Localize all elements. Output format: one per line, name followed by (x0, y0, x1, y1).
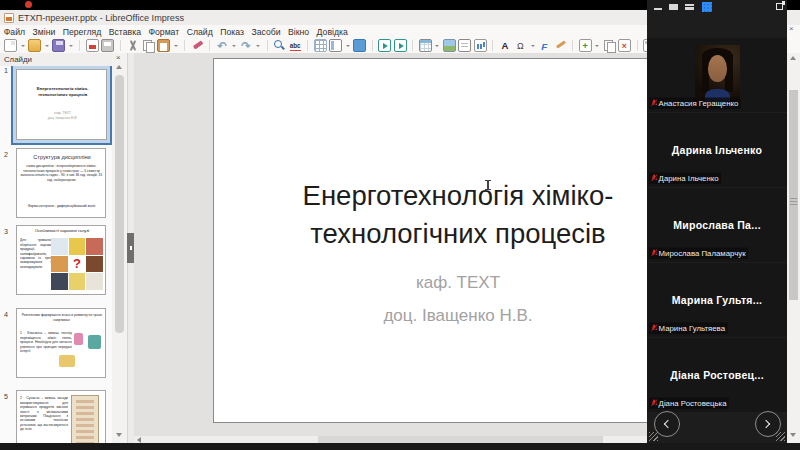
scroll-up-icon[interactable] (790, 56, 796, 60)
slide-number: 4 (4, 310, 8, 318)
menu-view[interactable]: Перегляд (59, 27, 105, 37)
save-dropdown-icon[interactable] (69, 45, 73, 47)
participant-label: Марина Гультяева (649, 323, 727, 334)
cartoon-figure (74, 333, 83, 345)
text-cursor (487, 180, 489, 190)
insert-table-icon[interactable] (419, 39, 432, 52)
open-icon[interactable] (28, 39, 41, 52)
master-slide-icon[interactable] (353, 39, 366, 52)
slides-panel-close-icon[interactable]: × (116, 53, 121, 62)
clone-formatting-icon[interactable] (191, 39, 204, 52)
minimize-icon[interactable] (654, 8, 662, 10)
menu-tools[interactable]: Засоби (248, 27, 285, 37)
insert-text-icon[interactable]: A (499, 39, 512, 52)
menu-insert[interactable]: Вставка (105, 27, 145, 37)
cut-icon[interactable] (126, 39, 139, 52)
scrollbar-thumb[interactable] (115, 75, 124, 333)
participant-tile[interactable]: Марина Гультя... Марина Гультяева (647, 263, 787, 337)
new-slide-dropdown-icon[interactable] (595, 45, 599, 47)
scroll-down-icon[interactable] (116, 433, 122, 437)
open-dropdown-icon[interactable] (45, 45, 49, 47)
menu-window[interactable]: Вікно (284, 27, 313, 37)
slide-5-thumbnail[interactable]: 2 . Сучасна – вивчає засади використовув… (16, 390, 106, 444)
menu-edit[interactable]: Зміни (29, 27, 59, 37)
new-dropdown-icon[interactable] (21, 45, 25, 47)
toolbar-separator (267, 40, 268, 51)
views-dropdown-icon[interactable] (346, 45, 350, 47)
print-icon[interactable] (101, 39, 114, 52)
spelling-icon[interactable]: abc (289, 39, 302, 52)
speaker-view-icon[interactable] (685, 4, 694, 10)
redo-icon[interactable]: ↷ (240, 39, 253, 52)
window-title: ЕТХП-презент.pptx - LibreOffice Impress (18, 12, 184, 22)
start-from-current-icon[interactable] (394, 39, 407, 52)
vscrollbar-thumb[interactable] (789, 90, 798, 300)
participant-label: Анастасия Геращенко (649, 98, 741, 109)
participant-name: Діана Ростовец... (668, 349, 766, 401)
export-pdf-icon[interactable] (86, 39, 99, 52)
undo-icon[interactable]: ↶ (216, 39, 229, 52)
slide-1-thumbnail[interactable]: Енерготехнологія хіміко- технологічних п… (16, 69, 107, 140)
resize-handle[interactable] (776, 432, 785, 441)
document-close-icon[interactable]: × (789, 24, 794, 33)
menu-format[interactable]: Формат (145, 27, 183, 37)
menu-slideshow[interactable]: Показ (216, 27, 247, 37)
gallery-view-icon[interactable] (702, 2, 712, 12)
new-document-icon[interactable] (4, 39, 17, 52)
display-grid-icon[interactable] (314, 39, 327, 52)
participant-tile[interactable]: Діана Ростовец... Діана Ростовецька (647, 338, 787, 412)
save-icon[interactable] (52, 39, 65, 52)
participant-tile[interactable]: Дарина Ільченко Дарина Ільченко (647, 113, 787, 187)
panel-splitter-handle[interactable] (127, 233, 134, 263)
scroll-down-icon[interactable] (790, 433, 796, 437)
recording-dot-icon (25, 1, 32, 8)
resize-handle[interactable] (649, 432, 658, 441)
maximize-icon[interactable] (669, 4, 678, 10)
participant-name: Мирослава Па... (668, 199, 766, 251)
toolbar-separator (209, 40, 210, 51)
new-slide-icon[interactable]: + (579, 39, 592, 52)
paste-dropdown-icon[interactable] (174, 45, 178, 47)
food-images: ? (51, 238, 103, 290)
muted-mic-icon (651, 324, 657, 332)
participant-tile[interactable]: Анастасия Геращенко (647, 38, 787, 112)
fontwork-icon[interactable]: F (538, 39, 551, 52)
start-slideshow-icon[interactable] (378, 39, 391, 52)
find-replace-icon[interactable] (273, 39, 286, 52)
slides-panel-scrollbar[interactable]: × (112, 53, 127, 444)
menu-file[interactable]: Файл (0, 27, 29, 37)
vertical-scrollbar[interactable] (787, 53, 800, 444)
slide-number: 1 (4, 66, 8, 74)
slide-thumbnail-selected[interactable]: Енерготехнологія хіміко- технологічних п… (11, 64, 112, 145)
toolbar-separator (492, 40, 493, 51)
show-draw-functions-icon[interactable] (554, 39, 567, 52)
redo-dropdown-icon[interactable] (256, 45, 260, 47)
scroll-up-icon[interactable] (116, 65, 122, 69)
toolbar-separator (120, 40, 121, 51)
slide-4-thumbnail[interactable]: Розглянемо формування знань в розвитку п… (16, 308, 106, 378)
popout-icon[interactable] (776, 3, 783, 10)
copy-icon[interactable] (142, 39, 155, 52)
duplicate-slide-icon[interactable] (603, 39, 616, 52)
insert-chart-icon[interactable] (474, 39, 487, 52)
slide-3-thumbnail[interactable]: Особливості харчової галузі Для тривалог… (16, 225, 106, 295)
display-views-icon[interactable] (329, 39, 342, 52)
participant-label: Мирослава Паламарчук (649, 248, 748, 259)
special-character-icon[interactable]: Ω (514, 39, 527, 52)
scrollbar-handle-mark (790, 201, 797, 202)
delete-slide-icon[interactable]: × (618, 39, 631, 52)
slide-title[interactable]: Енерготехнологія хіміко- технологічних п… (213, 177, 703, 253)
insert-image-icon[interactable] (443, 39, 456, 52)
undo-dropdown-icon[interactable] (232, 45, 236, 47)
table-dropdown-icon[interactable] (435, 45, 439, 47)
insert-textbox-icon[interactable] (458, 39, 471, 52)
menu-help[interactable]: Довідка (313, 27, 352, 37)
special-char-dropdown-icon[interactable] (531, 45, 535, 47)
video-call-panel: Анастасия Геращенко Дарина Ільченко Дари… (647, 0, 787, 443)
toolbar-separator (572, 40, 573, 51)
paste-icon[interactable] (157, 39, 170, 52)
menu-slide[interactable]: Слайд (183, 27, 217, 37)
participant-tile[interactable]: Мирослава Па... Мирослава Паламарчук (647, 188, 787, 262)
slide-subtitle[interactable]: каф. ТЕХТ доц. Іващенко Н.В. (213, 266, 703, 332)
slide-2-thumbnail[interactable]: Структура дисципліни назва дисципліни : … (16, 148, 106, 218)
